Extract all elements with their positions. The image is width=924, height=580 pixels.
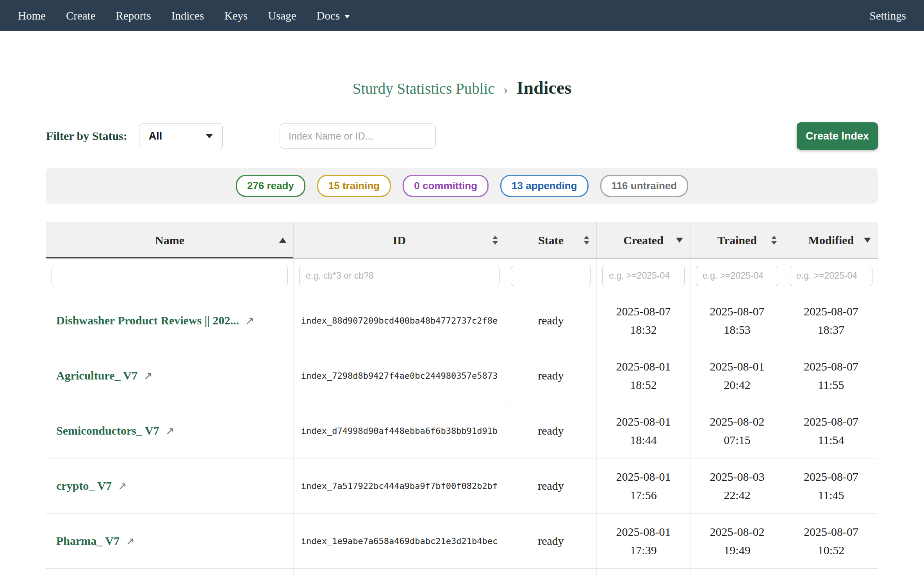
column-header-id[interactable]: ID [294, 222, 505, 258]
page-title: Indices [517, 78, 572, 98]
status-filter-value: All [149, 130, 162, 142]
index-name-link[interactable]: Pharma_ V7 [56, 534, 120, 548]
indices-table: Name ID State Created Trained Modified [46, 222, 878, 578]
status-filter-select[interactable]: All [139, 123, 223, 149]
search-input[interactable] [280, 124, 436, 149]
index-name-link[interactable]: Semiconductors_ V7 [56, 424, 159, 437]
column-label-state: State [538, 234, 564, 247]
trained-filter-input[interactable] [696, 266, 778, 286]
time-line: 07:15 [724, 431, 750, 449]
toolbar: Filter by Status: All Create Index [46, 122, 878, 150]
trained-cell: 2025-08-02 19:49 [690, 514, 784, 568]
time-line: 19:49 [724, 541, 750, 559]
table-row: Agriculture_ V7 ↗ index_7298d8b9427f4ae0… [46, 348, 878, 403]
created-cell: 2025-08-07 18:32 [597, 293, 690, 348]
modified-filter-input[interactable] [790, 266, 872, 286]
index-state: ready [505, 403, 597, 458]
state-filter-input[interactable] [511, 266, 591, 286]
index-id: index_7a517922bc444a9ba9f7bf00f082b2bf [294, 458, 505, 513]
id-filter-input[interactable] [299, 266, 499, 286]
index-name-link[interactable]: Agriculture_ V7 [56, 369, 137, 382]
breadcrumb: Sturdy Statistics Public › Indices [0, 77, 924, 98]
column-label-id: ID [393, 234, 406, 247]
modified-cell: 2025-08-07 11:45 [784, 458, 878, 513]
index-id: index_1e9abe7a658a469dbabc21e3d21b4bec [294, 514, 505, 568]
nav-item-home[interactable]: Home [18, 9, 46, 22]
badge-untrained[interactable]: 116 untrained [600, 175, 689, 197]
date-line: 2025-08-01 [710, 357, 765, 376]
column-label-trained: Trained [717, 234, 757, 247]
date-line: 2025-08-01 [616, 523, 671, 541]
created-cell: 2025-08-01 18:52 [597, 348, 690, 403]
time-line: 10:52 [818, 541, 844, 559]
column-header-state[interactable]: State [505, 222, 597, 258]
index-state: ready [505, 293, 597, 348]
date-line: 2025-08-02 [710, 523, 765, 541]
date-line: 2025-08-07 [616, 302, 671, 320]
name-filter-input[interactable] [52, 266, 288, 286]
column-header-name[interactable]: Name [46, 222, 294, 258]
index-name-link[interactable]: crypto_ V7 [56, 479, 112, 492]
external-link-icon[interactable]: ↗ [144, 370, 153, 382]
external-link-icon[interactable]: ↗ [166, 425, 175, 437]
created-cell: 2025-08-01 17:56 [597, 458, 690, 513]
sort-asc-icon[interactable] [279, 238, 286, 243]
sort-desc-icon[interactable] [676, 238, 683, 243]
date-line: 2025-08-07 [804, 523, 858, 541]
date-line: 2025-08-01 [616, 467, 671, 486]
modified-cell: 2025-08-07 11:55 [784, 348, 878, 403]
created-filter-input[interactable] [602, 266, 685, 286]
time-line: 18:53 [724, 320, 750, 339]
create-index-button[interactable]: Create Index [797, 122, 878, 150]
index-id: index_88d907209bcd400ba48b4772737c2f8e [294, 293, 505, 348]
trained-cell: 2025-08-03 22:42 [690, 458, 784, 513]
badge-training[interactable]: 15 training [317, 175, 391, 197]
date-line: 2025-08-02 [710, 412, 765, 431]
time-line: 11:55 [818, 376, 844, 394]
column-header-trained[interactable]: Trained [690, 222, 784, 258]
modified-cell: 2025-08-07 11:54 [784, 403, 878, 458]
nav-item-create[interactable]: Create [66, 9, 96, 22]
date-line: 2025-08-07 [804, 412, 858, 431]
sort-both-icon[interactable] [771, 236, 777, 245]
time-line: 18:37 [818, 320, 844, 339]
badge-ready[interactable]: 276 ready [236, 175, 305, 197]
filter-by-status-label: Filter by Status: [46, 129, 127, 143]
external-link-icon[interactable]: ↗ [126, 535, 135, 547]
sort-both-icon[interactable] [492, 236, 498, 245]
date-line: 2025-08-07 [710, 302, 765, 320]
badge-committing[interactable]: 0 committing [403, 175, 489, 197]
status-summary-bar: 276 ready 15 training 0 committing 13 ap… [46, 168, 878, 204]
chevron-down-icon [206, 134, 213, 138]
external-link-icon[interactable]: ↗ [245, 315, 254, 327]
index-name-link[interactable]: Dishwasher Product Reviews || 202... [56, 314, 239, 327]
sort-both-icon[interactable] [584, 236, 589, 245]
date-line: 2025-08-07 [804, 467, 858, 486]
time-line: 22:42 [724, 486, 750, 504]
created-cell: 2025-08-01 18:44 [597, 403, 690, 458]
nav-item-keys[interactable]: Keys [225, 9, 248, 22]
nav-item-docs[interactable]: Docs [317, 9, 350, 22]
badge-appending[interactable]: 13 appending [500, 175, 589, 197]
external-link-icon[interactable]: ↗ [118, 480, 127, 492]
time-line: 17:56 [630, 486, 656, 504]
nav-item-settings[interactable]: Settings [870, 9, 906, 22]
date-line: 2025-08-01 [616, 357, 671, 376]
table-row: Dishwasher Product Reviews || 202... ↗ i… [46, 293, 878, 348]
created-cell: 2025-08-01 17:39 [597, 514, 690, 568]
date-line: 2025-08-07 [804, 302, 858, 320]
date-line: 2025-08-01 [616, 412, 671, 431]
date-line: 2025-08-07 [804, 357, 858, 376]
table-row-partial [46, 569, 878, 578]
table-filter-row [46, 259, 878, 293]
time-line: 20:42 [724, 376, 750, 394]
breadcrumb-parent-link[interactable]: Sturdy Statistics Public [353, 80, 495, 97]
column-header-created[interactable]: Created [597, 222, 690, 258]
nav-item-reports[interactable]: Reports [116, 9, 151, 22]
time-line: 11:54 [818, 431, 844, 449]
nav-item-indices[interactable]: Indices [171, 9, 204, 22]
column-label-modified: Modified [808, 234, 854, 247]
column-header-modified[interactable]: Modified [784, 222, 878, 258]
nav-item-usage[interactable]: Usage [268, 9, 296, 22]
sort-desc-icon[interactable] [864, 238, 871, 243]
